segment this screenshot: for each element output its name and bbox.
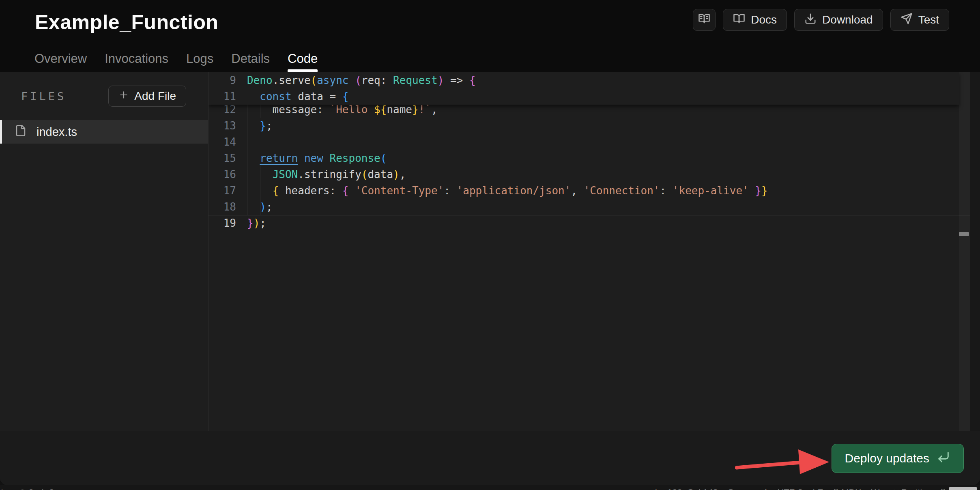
- scrollbar-track[interactable]: [970, 72, 980, 431]
- status-indicator-box[interactable]: [949, 487, 977, 490]
- content-area: FILES Add File index.ts: [0, 72, 980, 431]
- app-root: testing* ⊗ 0 ⚠ 0 Ln 100, Col 142 Spaces:…: [0, 0, 980, 490]
- docs-button[interactable]: Docs: [723, 9, 787, 31]
- code-line-17: 17 { headers: { 'Content-Type': 'applica…: [208, 183, 970, 199]
- indent-guide: [260, 166, 260, 215]
- header-actions: Docs Download Test: [693, 9, 949, 31]
- code-line-19: 19});: [208, 215, 970, 231]
- indent-guide: [247, 101, 247, 215]
- code-line-16: 16 JSON.stringify(data),: [208, 166, 970, 183]
- code-line-14: 14: [208, 134, 970, 150]
- tab-logs[interactable]: Logs: [186, 45, 213, 72]
- tab-details[interactable]: Details: [231, 45, 270, 72]
- tab-code[interactable]: Code: [288, 45, 318, 72]
- files-header: FILES Add File: [0, 72, 208, 120]
- add-file-label: Add File: [134, 90, 176, 103]
- tab-bar: Overview Invocations Logs Details Code: [34, 45, 318, 72]
- code-line-13: 13 };: [208, 118, 970, 134]
- test-button-label: Test: [918, 13, 939, 26]
- deploy-updates-button[interactable]: Deploy updates: [832, 444, 964, 473]
- code-line-9: 9Deno.serve(async (req: Request) => {: [208, 72, 959, 88]
- send-icon: [900, 13, 913, 28]
- sticky-scroll: 9Deno.serve(async (req: Request) => {11 …: [208, 72, 959, 105]
- tab-overview[interactable]: Overview: [34, 45, 87, 72]
- tab-invocations[interactable]: Invocations: [105, 45, 168, 72]
- file-name: index.ts: [37, 125, 77, 139]
- book-reader-icon: [698, 13, 710, 28]
- download-button[interactable]: Download: [794, 9, 883, 31]
- download-icon: [804, 13, 817, 28]
- code-lines: 12 message: `Hello ${name}!`,13 };1415 r…: [208, 101, 970, 231]
- file-icon: [15, 125, 27, 140]
- status-left-items[interactable]: testing* ⊗ 0 ⚠ 0: [0, 487, 54, 490]
- code-line-11: 11 const data = {: [208, 88, 959, 105]
- docs-button-label: Docs: [751, 13, 777, 26]
- minimap: [959, 72, 970, 431]
- test-button[interactable]: Test: [890, 9, 949, 31]
- code-editor[interactable]: 12 message: `Hello ${name}!`,13 };1415 r…: [208, 72, 980, 431]
- files-label: FILES: [21, 90, 66, 103]
- editor-footer: Deploy updates: [0, 431, 980, 485]
- code-line-18: 18 );: [208, 199, 970, 215]
- plus-icon: [118, 90, 129, 103]
- page-header: Example_Function Docs: [0, 0, 980, 72]
- status-right-items[interactable]: Ln 100, Col 142 Spaces: 4 UTF-8 LF {} MD…: [655, 487, 946, 490]
- book-open-icon: [733, 13, 745, 28]
- code-line-15: 15 return new Response(: [208, 150, 970, 166]
- enter-key-icon: [937, 450, 950, 467]
- function-page-panel: Example_Function Docs: [0, 0, 980, 485]
- page-title: Example_Function: [35, 11, 219, 34]
- add-file-button[interactable]: Add File: [108, 86, 186, 107]
- vscode-status-bar: testing* ⊗ 0 ⚠ 0 Ln 100, Col 142 Spaces:…: [0, 485, 980, 490]
- file-item-index-ts[interactable]: index.ts: [0, 120, 208, 144]
- annotation-arrow: [735, 444, 829, 482]
- download-button-label: Download: [822, 13, 873, 26]
- deploy-button-label: Deploy updates: [845, 451, 929, 465]
- scrollbar-thumb[interactable]: [959, 232, 969, 236]
- files-sidebar: FILES Add File index.ts: [0, 72, 208, 431]
- reader-button[interactable]: [693, 9, 716, 31]
